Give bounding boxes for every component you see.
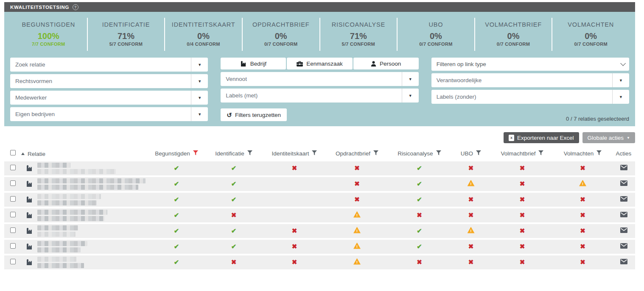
cross-icon: ✖ xyxy=(520,196,525,203)
mail-action-button[interactable] xyxy=(620,165,627,170)
relatie-cell[interactable] xyxy=(21,255,148,271)
cross-icon: ✖ xyxy=(231,211,237,219)
status-cell-risicoanalyse: ✔ xyxy=(388,161,451,177)
cross-icon: ✖ xyxy=(580,227,585,234)
filter-placeholder: Eigen bedrijven xyxy=(10,107,191,121)
person-icon xyxy=(371,61,376,67)
select-all-checkbox[interactable] xyxy=(10,150,16,155)
dropdown-caret-icon[interactable]: ▼ xyxy=(402,89,419,103)
filter-zoek-relatie[interactable]: Zoek relatie▼ xyxy=(10,58,208,72)
dropdown-caret-icon[interactable]: ▼ xyxy=(612,73,629,87)
row-checkbox[interactable] xyxy=(10,259,16,264)
dropdown-caret-icon[interactable]: ▼ xyxy=(402,72,419,86)
status-cell-identificatie: ✔ xyxy=(204,240,263,255)
redacted-name xyxy=(37,247,81,252)
mail-action-button[interactable] xyxy=(620,196,627,202)
status-cell-identiteitskaart: ✖ xyxy=(263,161,326,177)
row-checkbox[interactable] xyxy=(10,165,16,170)
stat-label: BEGUNSTIGDEN xyxy=(12,21,85,28)
cross-icon: ✖ xyxy=(468,164,474,172)
relatie-cell[interactable] xyxy=(21,208,148,224)
relatie-cell[interactable] xyxy=(21,177,148,193)
dropdown-caret-icon[interactable]: ▼ xyxy=(191,58,208,72)
row-select-cell xyxy=(4,224,21,240)
mail-action-button[interactable] xyxy=(620,212,627,217)
type-button-bedrijf[interactable]: Bedrijf xyxy=(221,58,286,69)
sort-ascending-icon[interactable] xyxy=(21,152,25,155)
filter-placeholder: Vennoot xyxy=(221,72,401,86)
filter-vennoot[interactable]: Vennoot▼ xyxy=(221,72,418,86)
column-label: Volmachten xyxy=(564,150,594,157)
cross-icon: ✖ xyxy=(580,196,585,203)
relatie-cell[interactable] xyxy=(21,193,148,208)
status-cell-begunstigden: ✔ xyxy=(148,224,204,240)
dropdown-caret-icon[interactable]: ▼ xyxy=(191,91,208,105)
row-checkbox[interactable] xyxy=(10,196,16,202)
column-label: Opdrachtbrief xyxy=(336,150,370,157)
row-select-cell xyxy=(4,161,21,177)
filters-grid: Zoek relatie▼Rechtsvormen▼Medewerker▼Eig… xyxy=(10,58,629,122)
filter-labels-met[interactable]: Labels (met)▼ xyxy=(221,89,418,103)
status-cell-volmachten: ✖ xyxy=(553,255,612,271)
export-excel-button[interactable]: x Exporteren naar Excel xyxy=(504,132,579,143)
filter-funnel-icon[interactable] xyxy=(476,150,481,157)
redacted-name xyxy=(37,200,97,205)
row-select-cell xyxy=(4,255,21,271)
warning-icon xyxy=(353,227,361,233)
type-button-persoon[interactable]: Persoon xyxy=(353,58,419,69)
dropdown-caret-icon[interactable]: ▼ xyxy=(612,90,629,104)
cross-icon: ✖ xyxy=(468,243,474,250)
help-icon[interactable]: ? xyxy=(73,4,78,10)
status-cell-volmachten: ✖ xyxy=(553,193,612,208)
filter-funnel-icon[interactable] xyxy=(312,150,317,157)
reset-filters-button[interactable]: ↺ Filters terugzetten xyxy=(221,108,287,121)
mail-action-button[interactable] xyxy=(620,227,627,233)
warning-icon xyxy=(579,180,586,186)
mail-action-button[interactable] xyxy=(620,259,627,264)
filter-labels-zonder[interactable]: Labels (zonder)▼ xyxy=(431,90,629,104)
filter-medewerker[interactable]: Medewerker▼ xyxy=(10,91,208,105)
filter-funnel-icon[interactable] xyxy=(373,150,378,157)
filter-funnel-icon[interactable] xyxy=(193,150,198,157)
row-checkbox[interactable] xyxy=(10,180,16,186)
type-button-label: Bedrijf xyxy=(250,61,266,67)
row-checkbox[interactable] xyxy=(10,212,16,217)
status-cell-opdrachtbrief: ✖ xyxy=(326,177,388,193)
filters-right-column: Filteren op link type Verantwoordelijke▼… xyxy=(431,58,629,122)
filter-placeholder: Verantwoordelijke xyxy=(431,73,612,87)
dropdown-caret-icon[interactable]: ▼ xyxy=(191,107,208,121)
acties-cell xyxy=(612,177,635,193)
filter-funnel-icon[interactable] xyxy=(596,150,602,157)
cross-icon: ✖ xyxy=(580,243,585,250)
filters-middle-column: BedrijfEenmanszaakPersoon Vennoot▼Labels… xyxy=(221,58,418,122)
filter-eigen-bedrijven[interactable]: Eigen bedrijven▼ xyxy=(10,107,208,121)
type-button-eenmanszaak[interactable]: Eenmanszaak xyxy=(287,58,352,69)
mail-action-button[interactable] xyxy=(620,243,627,249)
relatie-cell[interactable] xyxy=(21,224,148,240)
cross-icon: ✖ xyxy=(520,243,525,250)
relatie-cell[interactable] xyxy=(21,161,148,177)
status-cell-volmachtbrief: ✖ xyxy=(491,161,553,177)
status-cell-begunstigden: ✔ xyxy=(148,177,204,193)
row-checkbox[interactable] xyxy=(10,227,16,233)
check-icon: ✔ xyxy=(174,180,179,187)
filter-verantwoordelijke[interactable]: Verantwoordelijke▼ xyxy=(431,73,629,87)
filter-funnel-icon[interactable] xyxy=(436,150,441,157)
filter-rechtsvormen[interactable]: Rechtsvormen▼ xyxy=(10,74,208,88)
filter-funnel-icon[interactable] xyxy=(247,150,252,157)
relatie-cell[interactable] xyxy=(21,240,148,255)
filter-funnel-icon[interactable] xyxy=(538,150,543,157)
cross-icon: ✖ xyxy=(580,258,585,266)
dropdown-caret-icon[interactable]: ▼ xyxy=(191,74,208,88)
stat-label: UBO xyxy=(399,21,473,28)
row-select-cell xyxy=(4,193,21,208)
row-checkbox[interactable] xyxy=(10,243,16,249)
stat-card-opdrachtbrief: OPDRACHTBRIEF0%0/7 CONFORM xyxy=(243,18,320,51)
link-type-select[interactable]: Filteren op link type xyxy=(431,58,629,71)
global-actions-button[interactable]: Globale acties ▼ xyxy=(582,132,635,143)
column-header-volmachten: Volmachten xyxy=(553,147,612,161)
status-cell-begunstigden: ✔ xyxy=(148,255,204,271)
mail-action-button[interactable] xyxy=(620,180,627,186)
table-row: ✔✔✖✔✖✖✖ xyxy=(4,193,635,208)
check-icon: ✔ xyxy=(417,243,422,250)
